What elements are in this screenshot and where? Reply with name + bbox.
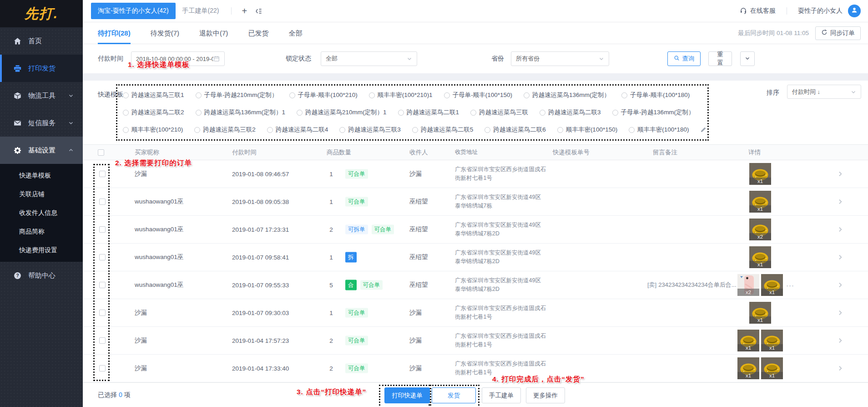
more-items-ellipsis[interactable]: ··· <box>786 281 794 289</box>
template-option[interactable]: 跨越速运菜鸟三联1 <box>123 91 184 99</box>
shop-tab-manual[interactable]: 手工建单(22) <box>176 3 226 19</box>
template-option[interactable]: 跨越速运菜鸟210mm(定制）1 <box>297 108 387 117</box>
lock-status-value: 全部 <box>326 55 338 63</box>
sidebar-item-template[interactable]: 快递单模板 <box>0 166 83 185</box>
product-thumbnail[interactable]: x2 <box>749 219 771 240</box>
row-checkbox[interactable] <box>99 337 106 344</box>
template-option[interactable]: 顺丰丰密(100*210)1 <box>369 91 433 99</box>
shop-tab-taobao[interactable]: 淘宝-耍性子的小女人(42) <box>91 3 176 19</box>
template-option[interactable]: 顺丰丰密(100*210) <box>123 126 183 134</box>
tab-to-ship[interactable]: 待发货(7) <box>151 22 179 44</box>
template-option[interactable]: 跨越速运菜鸟二联3 <box>540 108 601 117</box>
sidebar-item-linked-shops[interactable]: 关联店铺 <box>0 185 83 204</box>
online-service-link[interactable]: 在线客服 <box>740 7 776 15</box>
template-option[interactable]: 跨越速运菜鸟三联3 <box>339 126 401 134</box>
template-option-label: 跨越速运菜鸟三联1 <box>131 91 184 99</box>
sidebar-item-settings[interactable]: 基础设置 <box>0 137 83 164</box>
sidebar-item-product-alias[interactable]: 商品简称 <box>0 222 83 241</box>
product-thumbnail[interactable]: x1 <box>761 274 783 296</box>
username[interactable]: 耍性子的小女人 <box>798 7 843 15</box>
row-detail-chevron[interactable] <box>837 282 843 288</box>
tab-all[interactable]: 全部 <box>288 22 302 44</box>
item-count-label: x1 <box>737 372 759 379</box>
template-option[interactable]: 跨越速运菜鸟二联4 <box>267 126 328 134</box>
tab-shipped[interactable]: 已发货 <box>248 22 268 44</box>
template-option[interactable]: 顺丰丰密(100*180) <box>629 126 689 134</box>
row-detail-chevron[interactable] <box>837 198 843 205</box>
template-option[interactable]: 子母单-顺丰(100*210) <box>289 91 358 99</box>
sidebar-item-print-ship[interactable]: 打印发货 <box>0 55 83 82</box>
mail-icon <box>14 119 22 127</box>
template-option-label: 跨越速运菜鸟二联3 <box>548 108 601 117</box>
template-option[interactable]: 跨越速运菜鸟三联 <box>470 108 528 117</box>
item-quantity: 1 <box>318 310 345 316</box>
row-checkbox[interactable] <box>99 171 106 177</box>
template-option[interactable]: 跨越速运菜鸟136mm(定制）1 <box>196 108 286 117</box>
product-thumbnail[interactable]: x1 <box>761 330 783 351</box>
row-detail-chevron[interactable] <box>837 226 843 233</box>
expand-filters-button[interactable] <box>740 51 755 66</box>
sidebar-item-home[interactable]: 首页 <box>0 27 83 55</box>
row-checkbox[interactable] <box>99 282 106 288</box>
row-checkbox[interactable] <box>99 365 106 371</box>
product-thumbnail[interactable]: x2 <box>737 274 759 296</box>
sidebar-item-sender-info[interactable]: 收发件人信息 <box>0 204 83 222</box>
row-checkbox[interactable] <box>99 310 106 316</box>
user-avatar[interactable] <box>848 5 861 17</box>
province-select[interactable]: 所有省份 <box>511 51 609 66</box>
row-detail-chevron[interactable] <box>837 171 843 177</box>
template-option[interactable]: 子母单-顺丰(100*150) <box>444 91 512 99</box>
template-option[interactable]: 子母单-跨越210mm(定制） <box>196 91 278 99</box>
sidebar-item-express-fee[interactable]: 快递费用设置 <box>0 241 83 259</box>
row-detail-chevron[interactable] <box>837 365 843 371</box>
order-badge: 可合单 <box>345 169 368 179</box>
template-option[interactable]: 跨越速运菜鸟二联1 <box>398 108 459 117</box>
product-thumbnail[interactable]: x1 <box>749 163 771 185</box>
sort-select[interactable]: 付款时间 ↓ <box>787 85 861 99</box>
product-thumbnail[interactable]: x1 <box>761 357 783 379</box>
select-all-checkbox[interactable] <box>98 149 104 156</box>
sidebar-item-help[interactable]: ? 帮助中心 <box>0 262 83 289</box>
tutorial-step-1: 1. 选择快递单模板 <box>128 60 190 70</box>
more-actions-button[interactable]: 更多操作 <box>526 387 565 403</box>
row-checkbox[interactable] <box>99 226 106 233</box>
reset-button[interactable]: 重置 <box>708 51 732 66</box>
print-shipping-label-button[interactable]: 打印快递单 <box>384 387 430 403</box>
app-logo[interactable]: 先打. <box>0 0 83 27</box>
ship-button[interactable]: 发货 <box>432 387 476 403</box>
product-thumbnail[interactable]: x1 <box>749 246 771 268</box>
row-checkbox[interactable] <box>99 254 106 260</box>
product-thumbnails: x1 <box>736 302 784 324</box>
product-thumbnail[interactable]: x1 <box>749 191 771 213</box>
template-option[interactable]: 跨越速运菜鸟三联2 <box>194 126 256 134</box>
row-detail-chevron[interactable] <box>837 310 843 316</box>
template-option[interactable]: 顺丰丰密(100*150) <box>557 126 617 134</box>
manual-order-button[interactable]: 手工建单 <box>482 387 521 403</box>
add-shop-tab-button[interactable]: + <box>242 6 247 16</box>
product-thumbnail[interactable]: x1 <box>737 330 759 351</box>
template-option-label: 顺丰丰密(100*150) <box>566 126 617 134</box>
tab-refunding[interactable]: 退款中(7) <box>199 22 228 44</box>
row-checkbox[interactable] <box>99 198 106 205</box>
lock-status-select[interactable]: 全部 <box>321 51 417 66</box>
header-receiver: 收件人 <box>409 148 428 157</box>
product-thumbnail[interactable]: x1 <box>737 357 759 379</box>
edit-templates-icon[interactable] <box>700 127 707 133</box>
sidebar-item-sms[interactable]: 短信服务 <box>0 109 83 137</box>
template-option[interactable]: 跨越速运菜鸟二联2 <box>123 108 184 117</box>
template-option[interactable]: 子母单-顺丰(100*180) <box>621 91 690 99</box>
sync-orders-button[interactable]: 同步订单 <box>815 26 861 40</box>
search-button[interactable]: 查询 <box>667 51 701 66</box>
template-option[interactable]: 跨越速运菜鸟136mm(定制） <box>524 91 610 99</box>
sidebar-item-logistics[interactable]: 物流工具 <box>0 82 83 109</box>
template-option[interactable]: 跨越速运菜鸟二联5 <box>412 126 474 134</box>
template-option[interactable]: 跨越速运菜鸟二联6 <box>484 126 546 134</box>
row-detail-chevron[interactable] <box>837 337 843 344</box>
template-option[interactable]: 子母单-跨越136mm(定制） <box>612 108 695 117</box>
selected-count-text: 已选择0项 <box>98 391 131 399</box>
product-thumbnail[interactable]: x1 <box>749 302 771 324</box>
selected-count: 0 <box>117 391 124 398</box>
tab-list-icon[interactable] <box>255 8 262 15</box>
row-detail-chevron[interactable] <box>837 254 843 260</box>
tab-to-print[interactable]: 待打印(28) <box>98 22 131 44</box>
